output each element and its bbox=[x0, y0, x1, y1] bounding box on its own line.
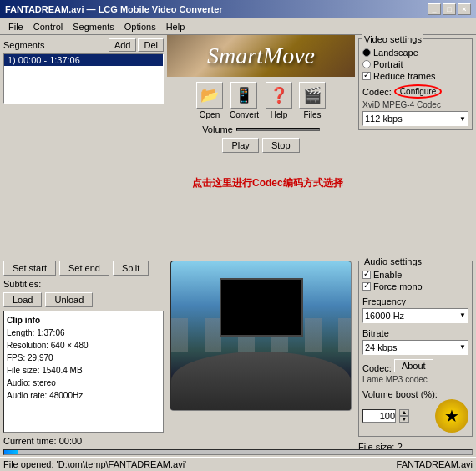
landscape-radio-row[interactable]: Landscape bbox=[362, 48, 468, 58]
status-right: FANTADREAM.avi bbox=[347, 459, 473, 469]
portrait-radio-row[interactable]: Portrait bbox=[362, 59, 468, 69]
open-button[interactable]: 📂 Open bbox=[196, 82, 223, 119]
close-button[interactable]: × bbox=[458, 3, 471, 15]
reduce-frames-label: Reduce frames bbox=[373, 71, 436, 81]
set-start-button[interactable]: Set start bbox=[3, 261, 56, 276]
reduce-frames-row[interactable]: Reduce frames bbox=[362, 71, 468, 81]
load-subtitle-button[interactable]: Load bbox=[3, 292, 42, 307]
files-button[interactable]: 🎬 Files bbox=[299, 82, 326, 119]
car-preview bbox=[170, 261, 352, 411]
volume-slider[interactable] bbox=[236, 128, 320, 131]
smartmove-logo: SmartMove bbox=[207, 43, 315, 69]
volume-boost-row: ▲ ▼ ★ bbox=[362, 399, 468, 433]
landscape-radio[interactable] bbox=[362, 48, 371, 57]
enable-audio-label: Enable bbox=[373, 270, 402, 280]
minimize-button[interactable]: _ bbox=[428, 3, 441, 15]
toolbar-buttons: 📂 Open 📱 Convert ❓ Help 🎬 Files bbox=[196, 77, 326, 123]
car-dashboard bbox=[171, 352, 351, 410]
audio-bitrate-value: 24 kbps bbox=[365, 342, 398, 352]
menu-help[interactable]: Help bbox=[161, 21, 190, 33]
add-segment-button[interactable]: Add bbox=[109, 38, 137, 52]
files-icon: 🎬 bbox=[299, 82, 326, 109]
files-label: Files bbox=[303, 110, 321, 119]
split-button[interactable]: Split bbox=[113, 261, 149, 276]
enable-audio-checkbox[interactable] bbox=[362, 271, 371, 279]
audio-codec-name: Lame MP3 codec bbox=[362, 375, 468, 384]
convert-icon: 📱 bbox=[230, 82, 257, 109]
menu-control[interactable]: Control bbox=[28, 21, 68, 33]
audio-settings-group: Audio settings Enable Force mono Frequen… bbox=[358, 261, 473, 437]
help-icon: ❓ bbox=[266, 82, 292, 109]
audio-bitrate-select[interactable]: 24 kbps ▼ bbox=[362, 340, 468, 355]
segment-item[interactable]: 1) 00:00 - 1:37:06 bbox=[4, 54, 163, 66]
volume-boost-up[interactable]: ▲ bbox=[399, 409, 409, 416]
stop-button[interactable]: Stop bbox=[262, 138, 300, 153]
status-bar: File opened: 'D:\om\temp\FANTADREAM.avi'… bbox=[0, 457, 476, 471]
open-label: Open bbox=[200, 110, 220, 119]
frequency-select[interactable]: 16000 Hz ▼ bbox=[362, 308, 468, 323]
bitrate-arrow: ▼ bbox=[459, 343, 466, 351]
left-panel: Segments Add Del 1) 00:00 - 1:37:06 bbox=[0, 35, 167, 257]
segments-header: Segments Add Del bbox=[3, 38, 164, 52]
chinese-annotation: 点击这里进行Codec编码方式选择 bbox=[192, 176, 343, 190]
clip-audiorate: Audio rate: 48000Hz bbox=[7, 389, 160, 402]
reduce-frames-checkbox[interactable] bbox=[362, 72, 371, 80]
volume-boost-spinner: ▲ ▼ bbox=[399, 409, 409, 423]
maximize-button[interactable]: □ bbox=[443, 3, 456, 15]
bottom-left: Set start Set end Split Subtitles: Load … bbox=[0, 257, 167, 449]
progress-bar-container[interactable] bbox=[3, 449, 473, 455]
top-area: Segments Add Del 1) 00:00 - 1:37:06 Smar… bbox=[0, 35, 476, 257]
volume-boost-input[interactable] bbox=[362, 409, 396, 423]
segments-list[interactable]: 1) 00:00 - 1:37:06 bbox=[3, 53, 164, 104]
right-panel: Video settings Landscape Portrait Reduce… bbox=[355, 35, 476, 257]
menu-segments[interactable]: Segments bbox=[68, 21, 119, 33]
frequency-label: Frequency bbox=[362, 296, 468, 306]
menu-bar: File Control Segments Options Help bbox=[0, 18, 476, 35]
current-time-row: Current time: 00:00 bbox=[3, 436, 164, 446]
status-left: File opened: 'D:\om\temp\FANTADREAM.avi' bbox=[3, 459, 347, 469]
video-bitrate-value: 112 kbps bbox=[365, 114, 403, 124]
current-time-label: Current time: bbox=[3, 436, 57, 446]
enable-audio-row[interactable]: Enable bbox=[362, 270, 468, 280]
playback-buttons: Play Stop bbox=[215, 136, 306, 154]
menu-options[interactable]: Options bbox=[119, 21, 161, 33]
convert-label: Convert bbox=[230, 110, 259, 119]
menu-file[interactable]: File bbox=[3, 21, 28, 33]
volume-boost-label: Volume boost (%): bbox=[362, 389, 468, 399]
clip-fps: FPS: 29,970 bbox=[7, 352, 160, 364]
landscape-label: Landscape bbox=[373, 48, 418, 58]
configure-button[interactable]: Configure bbox=[394, 84, 442, 99]
force-mono-label: Force mono bbox=[373, 281, 423, 291]
help-button[interactable]: ❓ Help bbox=[266, 82, 292, 119]
bottom-area: Set start Set end Split Subtitles: Load … bbox=[0, 257, 476, 449]
set-end-button[interactable]: Set end bbox=[59, 261, 109, 276]
clip-audio: Audio: stereo bbox=[7, 377, 160, 389]
force-mono-row[interactable]: Force mono bbox=[362, 281, 468, 291]
convert-button[interactable]: 📱 Convert bbox=[230, 82, 259, 119]
smartmove-banner: SmartMove bbox=[167, 35, 355, 77]
volume-label: Volume bbox=[202, 124, 233, 134]
force-mono-checkbox[interactable] bbox=[362, 282, 371, 291]
segment-controls-row: Set start Set end Split bbox=[3, 261, 164, 276]
help-label: Help bbox=[271, 110, 288, 119]
freq-arrow: ▼ bbox=[459, 311, 466, 319]
window-title: FANTADREAM.avi — LCG Mobile Video Conver… bbox=[5, 4, 426, 14]
clip-info-box: Clip info Length: 1:37:06 Resolution: 64… bbox=[3, 311, 164, 433]
codec-name: XviD MPEG-4 Codec bbox=[362, 100, 468, 109]
unload-subtitle-button[interactable]: Unload bbox=[45, 292, 93, 307]
del-segment-button[interactable]: Del bbox=[138, 38, 164, 52]
progress-bar-fill bbox=[4, 450, 18, 454]
about-button[interactable]: About bbox=[394, 359, 433, 372]
frequency-value: 16000 Hz bbox=[365, 311, 404, 321]
play-button[interactable]: Play bbox=[222, 138, 258, 153]
video-bitrate-arrow: ▼ bbox=[459, 115, 466, 123]
audio-codec-row: Codec: About bbox=[362, 358, 468, 373]
audio-codec-label: Codec: bbox=[362, 363, 392, 373]
bottom-center bbox=[167, 257, 355, 449]
volume-boost-down[interactable]: ▼ bbox=[399, 416, 409, 423]
segments-label: Segments bbox=[3, 40, 45, 50]
video-bitrate-select[interactable]: 112 kbps ▼ bbox=[362, 111, 468, 126]
codec-row: Codec: Configure bbox=[362, 84, 468, 99]
current-time-value: 00:00 bbox=[59, 436, 83, 446]
portrait-radio[interactable] bbox=[362, 60, 371, 68]
